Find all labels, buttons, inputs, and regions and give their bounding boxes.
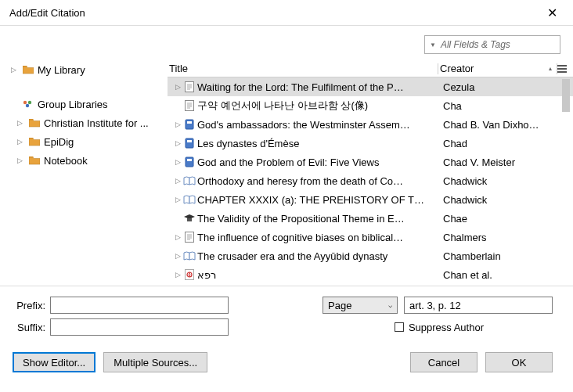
svg-rect-4	[557, 68, 567, 70]
item-creator: Chad B. Van Dixho…	[441, 119, 573, 131]
sort-asc-icon: ▴	[549, 65, 552, 72]
item-creator: Cezula	[441, 81, 573, 93]
folder-icon	[28, 118, 41, 128]
show-editor-button[interactable]: Show Editor...	[13, 352, 96, 372]
cancel-button[interactable]: Cancel	[410, 352, 478, 372]
svg-rect-21	[187, 159, 192, 161]
svg-rect-11	[186, 101, 194, 111]
item-title: CHAPTER XXXIX (a): THE PREHISTORY OF T…	[197, 194, 441, 206]
svg-rect-20	[186, 157, 193, 167]
item-title: Waiting for the Lord: The Fulfilment of …	[197, 81, 441, 93]
folder-icon	[28, 137, 41, 146]
library-node-label: My Library	[38, 64, 85, 76]
pdf-icon	[182, 269, 197, 280]
svg-rect-5	[557, 71, 567, 73]
item-title: God and the Problem of Evil: Five Views	[197, 156, 441, 168]
library-node-label: Group Libraries	[38, 99, 108, 110]
expand-arrow-icon: ▷	[17, 119, 25, 127]
svg-rect-16	[186, 120, 193, 129]
window-title: Add/Edit Citation	[9, 7, 85, 19]
expand-arrow-icon: ▷	[17, 138, 25, 146]
library-tree: ▷My LibraryGroup Libraries▷Christian Ins…	[0, 26, 168, 286]
expand-arrow-icon: ▷	[174, 83, 182, 91]
book-icon	[182, 138, 197, 149]
document-icon	[182, 81, 197, 92]
locator-type-select[interactable]: Page ⌵	[323, 297, 398, 314]
expand-arrow-icon: ▷	[17, 156, 25, 164]
expand-arrow-icon: ▷	[11, 66, 19, 74]
expand-arrow-icon: ▷	[174, 196, 182, 203]
item-title: 구약 예언서에 나타난 아브라함 상(像)	[197, 99, 441, 113]
book-icon	[182, 119, 197, 130]
column-headers: Title Creator ▴	[168, 60, 573, 77]
column-title[interactable]: Title	[168, 63, 438, 74]
column-config-button[interactable]	[557, 64, 573, 74]
book-icon	[182, 156, 197, 167]
search-placeholder: All Fields & Tags	[441, 39, 510, 50]
citation-item[interactable]: ▷Les dynastes d'ÉmèseChad	[168, 134, 573, 153]
item-title: Orthodoxy and heresy from the death of C…	[197, 175, 441, 187]
column-creator[interactable]: Creator ▴	[438, 63, 557, 74]
library-node[interactable]: ▷EpiDig	[0, 132, 168, 151]
folder-icon	[22, 65, 34, 74]
svg-rect-3	[557, 65, 567, 67]
library-node-label: EpiDig	[44, 136, 74, 148]
multiple-sources-button[interactable]: Multiple Sources...	[103, 352, 207, 372]
expand-arrow-icon: ▷	[174, 177, 182, 185]
close-button[interactable]: ✕	[541, 2, 564, 23]
svg-rect-22	[187, 218, 192, 221]
expand-arrow-icon: ▷	[174, 120, 182, 128]
expand-arrow-icon: ▷	[174, 271, 182, 279]
citation-item[interactable]: ▷The influence of cognitive biases on bi…	[168, 228, 573, 246]
document-icon	[182, 232, 197, 243]
item-creator: Chadwick	[441, 194, 573, 206]
expand-arrow-icon: ▷	[174, 233, 182, 241]
item-title: Les dynastes d'Émèse	[197, 138, 441, 149]
item-creator: Chad V. Meister	[441, 156, 573, 168]
item-title: רפא	[197, 269, 441, 281]
scrollbar[interactable]	[560, 79, 571, 275]
library-node[interactable]: ▷Christian Institute for ...	[0, 113, 168, 132]
svg-rect-18	[186, 138, 193, 148]
citation-item[interactable]: The Validity of the Propositional Theme …	[168, 209, 573, 228]
item-creator: Cha	[441, 100, 573, 112]
ok-button[interactable]: OK	[485, 352, 553, 372]
library-node[interactable]: ▷Notebook	[0, 151, 168, 170]
suffix-label: Suffix:	[13, 322, 50, 333]
search-dropdown-icon: ▼	[430, 41, 436, 49]
citation-item[interactable]: ▷The crusader era and the Ayyūbid dynast…	[168, 246, 573, 265]
locator-value-input[interactable]	[404, 297, 553, 314]
expand-arrow-icon: ▷	[174, 139, 182, 147]
citation-item[interactable]: ▷Waiting for the Lord: The Fulfilment of…	[168, 77, 573, 96]
library-node[interactable]: ▷My Library	[0, 60, 168, 79]
library-node[interactable]: Group Libraries	[0, 95, 168, 113]
item-title: The Validity of the Propositional Theme …	[197, 213, 441, 225]
svg-rect-23	[186, 232, 194, 243]
chevron-down-icon: ⌵	[388, 301, 392, 309]
citation-item[interactable]: ▷God and the Problem of Evil: Five Views…	[168, 153, 573, 171]
thesis-icon	[182, 214, 197, 223]
book-section-icon	[182, 195, 197, 204]
citation-item[interactable]: ▷רפאChan et al.	[168, 265, 573, 284]
svg-point-2	[26, 104, 29, 107]
citation-item[interactable]: ▷Orthodoxy and heresy from the death of …	[168, 171, 573, 190]
suppress-author-checkbox[interactable]	[395, 322, 404, 332]
prefix-label: Prefix:	[13, 300, 50, 311]
suffix-input[interactable]	[50, 318, 229, 336]
svg-rect-17	[187, 121, 192, 124]
citation-item[interactable]: ▷God's ambassadors: the Westminster Asse…	[168, 115, 573, 134]
citation-item[interactable]: 구약 예언서에 나타난 아브라함 상(像)Cha	[168, 96, 573, 115]
expand-arrow-icon: ▷	[174, 158, 182, 166]
item-title: The crusader era and the Ayyūbid dynasty	[197, 250, 441, 262]
suppress-author-label: Suppress Author	[409, 322, 484, 333]
svg-point-1	[28, 101, 31, 104]
book-section-icon	[182, 176, 197, 185]
book-section-icon	[182, 251, 197, 261]
scroll-thumb[interactable]	[562, 79, 570, 112]
item-title: The influence of cognitive biases on bib…	[197, 232, 441, 243]
search-field[interactable]: ▼ All Fields & Tags	[424, 35, 560, 54]
folder-icon	[28, 156, 41, 165]
citation-item[interactable]: ▷CHAPTER XXXIX (a): THE PREHISTORY OF T……	[168, 190, 573, 209]
prefix-input[interactable]	[50, 297, 229, 314]
svg-rect-6	[186, 82, 194, 92]
